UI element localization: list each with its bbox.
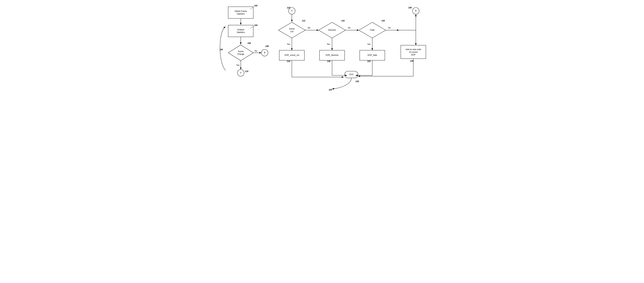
B-label-right: B [415,10,416,12]
ref-116: 116 [341,20,344,22]
dissolve-label: Dissolve [328,29,336,31]
fade-label: Fade [370,29,374,31]
right-loop-label: 100 [329,89,332,91]
analyze-stats-box [228,25,253,37]
no-label-left: No [255,50,257,52]
ref-106: 106 [248,42,251,44]
ref-118: 118 [327,60,330,62]
ref-112: 112 [302,20,305,22]
add-new-node-label2: of current [409,51,418,53]
add-new-node-label1: Add as new node [406,48,421,50]
gop-scene-cut-label: GOP_scene_cut [284,54,300,56]
left-loop-label: 100 [220,48,223,51]
gop-dissolve-label: GOP_dissolve [326,54,338,56]
analyze-stats-label: Analyze [237,28,244,31]
page: 100 Obtain Frame Statistics 102 Analyze … [215,0,429,94]
scene-change-label2: Change [237,53,244,55]
no-label-sc: No [308,27,310,29]
ref-122: 122 [367,60,370,62]
svg-line-3 [250,26,254,28]
ref-120: 120 [382,20,385,22]
B-label-left: B [264,52,265,54]
A-label-left: A [240,72,242,74]
scene-cut-label2: Cut [290,30,294,33]
scene-cut-diamond [278,22,305,38]
A-label-right: A [291,10,292,12]
ref-108-left: 108 [265,45,269,48]
ref-104: 104 [254,24,258,26]
no-label-diss: No [348,27,351,29]
gop-fade-label: GOP_fade [368,54,377,56]
ref-110-left: 110 [245,70,248,72]
scene-cut-label: Scene [289,28,295,30]
ref-102: 102 [254,4,258,7]
ref-124: 124 [410,60,413,62]
yes-label-left: Yes [236,64,240,66]
yes-label-sc: Yes [287,43,290,46]
yes-label-diss: Yes [327,43,330,46]
analyze-stats-label2: Statistics [237,31,245,34]
scene-change-label: Scene [238,50,244,52]
yes-label-fade: Yes [367,43,370,46]
ref-114: 114 [287,60,290,62]
obtain-frame-box [228,7,253,18]
obtain-frame-label2: Statistics [237,13,245,15]
end-label: End [350,73,353,76]
no-label-fade: No [388,27,391,29]
scene-change-diamond [228,45,253,61]
svg-line-1 [250,7,253,9]
ref-110-right: 110 [287,6,290,9]
add-new-node-label3: GOP [411,54,416,56]
ref-126: 126 [356,80,359,82]
ref-108-right: 108 [408,6,412,9]
obtain-frame-label: Obtain Frame [234,10,247,12]
